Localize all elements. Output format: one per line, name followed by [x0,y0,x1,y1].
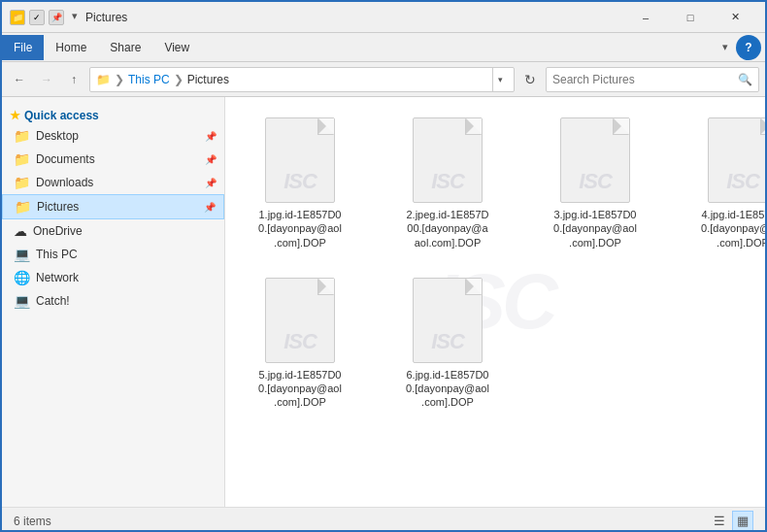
minimize-button[interactable]: – [623,2,668,33]
window-title: Pictures [85,11,623,24]
path-dropdown[interactable]: ▾ [492,68,508,91]
titlebar-icons: 📁 ✓ 📌 ▾ [10,10,78,25]
file-icon-3: ISC [560,117,630,203]
sidebar-item-this-pc[interactable]: 💻 This PC [2,243,224,266]
list-view-button[interactable]: ☰ [709,511,730,532]
grid-view-button[interactable]: ▦ [732,511,753,532]
file-item-5[interactable]: ISC 5.jpg.id-1E857D00.[dayonpay@aol.com]… [237,269,363,417]
menu-share[interactable]: Share [98,35,152,60]
quick-access-section: ★ Quick access [2,105,224,124]
documents-folder-icon: 📁 [14,151,30,167]
title-bar: 📁 ✓ 📌 ▾ Pictures – □ ✕ [2,2,765,33]
file-name-2: 2.jpeg.id-1E857D00.[dayonpay@aaol.com].D… [406,208,488,249]
sidebar-item-desktop[interactable]: 📁 Desktop 📌 [2,124,224,148]
menu-file[interactable]: File [2,35,44,60]
path-this-pc[interactable]: This PC [128,73,170,86]
pictures-folder-icon: 📁 [15,199,31,215]
search-icon[interactable]: 🔍 [738,73,752,86]
status-bar: 6 items ☰ ▦ [2,507,765,532]
menu-bar: File Home Share View ▾ ? [2,33,765,62]
file-item-6[interactable]: ISC 6.jpg.id-1E857D00.[dayonpay@aol.com]… [384,269,511,417]
sidebar-item-onedrive[interactable]: ☁ OneDrive [2,219,224,243]
pin-downloads: 📌 [205,178,217,188]
search-box[interactable]: 🔍 [546,67,759,92]
forward-button[interactable]: → [35,68,58,91]
maximize-button[interactable]: □ [668,2,713,33]
path-separator-2: ❯ [174,73,183,86]
file-item-2[interactable]: ISC 2.jpeg.id-1E857D00.[dayonpay@aaol.co… [384,109,511,257]
sidebar-item-pictures[interactable]: 📁 Pictures 📌 [2,194,224,219]
file-item-4[interactable]: ISC 4.jpg.id-1E857D00.[dayonpay@aol.com]… [680,109,765,257]
star-icon: ★ [10,109,20,122]
file-name-3: 3.jpg.id-1E857D00.[dayonpay@aol.com].DOP [553,208,637,249]
window-controls: – □ ✕ [623,2,757,33]
menu-expand[interactable]: ▾ [715,35,736,59]
menu-view[interactable]: View [152,35,201,60]
dropdown-arrow: ▾ [72,10,78,25]
pin-icon: 📌 [49,10,64,25]
sidebar-item-documents[interactable]: 📁 Documents 📌 [2,148,224,171]
main-layout: ★ Quick access 📁 Desktop 📌 📁 Documents 📌… [2,97,765,507]
back-button[interactable]: ← [8,68,31,91]
menu-home[interactable]: Home [44,35,98,60]
folder-icon: 📁 [10,10,25,25]
file-item-3[interactable]: ISC 3.jpg.id-1E857D00.[dayonpay@aol.com]… [532,109,658,257]
file-icon-wrapper-2: ISC [409,116,486,204]
file-name-6: 6.jpg.id-1E857D00.[dayonpay@aol.com].DOP [406,368,489,410]
path-separator-1: ❯ [115,73,124,86]
up-button[interactable]: ↑ [62,68,85,91]
file-name-5: 5.jpg.id-1E857D00.[dayonpay@aol.com].DOP [258,368,342,410]
file-icon-5: ISC [265,278,335,363]
view-icons: ☰ ▦ [709,511,753,532]
pin-documents: 📌 [205,154,217,165]
sidebar-item-network[interactable]: 🌐 Network [2,266,224,289]
address-path[interactable]: 📁 ❯ This PC ❯ Pictures ▾ [89,67,515,92]
refresh-button[interactable]: ↻ [518,68,542,91]
desktop-folder-icon: 📁 [14,128,30,144]
file-icon-1: ISC [265,117,335,203]
help-button[interactable]: ? [736,35,761,60]
onedrive-icon: ☁ [14,223,27,239]
file-name-4: 4.jpg.id-1E857D00.[dayonpay@aol.com].DOP [701,208,765,249]
file-grid: ISC 1.jpg.id-1E857D00.[dayonpay@aol.com]… [237,109,753,417]
file-icon-wrapper-4: ISC [704,116,765,204]
file-name-1: 1.jpg.id-1E857D00.[dayonpay@aol.com].DOP [258,208,342,249]
file-item-1[interactable]: ISC 1.jpg.id-1E857D00.[dayonpay@aol.com]… [237,109,363,257]
file-area: ISC ISC 1.jpg.id-1E857D00.[dayonpay@aol.… [225,97,765,507]
network-icon: 🌐 [14,270,30,285]
downloads-folder-icon: 📁 [14,175,30,190]
close-button[interactable]: ✕ [713,2,757,33]
path-pictures: Pictures [187,73,229,86]
catch-icon: 💻 [14,293,30,309]
path-folder-icon: 📁 [96,73,111,86]
file-icon-6: ISC [413,278,483,363]
check-icon: ✓ [29,10,45,25]
file-icon-wrapper-1: ISC [261,116,339,204]
sidebar-item-catch[interactable]: 💻 Catch! [2,289,224,313]
sidebar: ★ Quick access 📁 Desktop 📌 📁 Documents 📌… [2,97,225,507]
file-icon-wrapper-6: ISC [409,277,486,364]
file-icon-wrapper-5: ISC [261,277,339,364]
address-bar: ← → ↑ 📁 ❯ This PC ❯ Pictures ▾ ↻ 🔍 [2,62,765,97]
pin-pictures: 📌 [204,202,216,213]
file-icon-wrapper-3: ISC [556,116,634,204]
search-input[interactable] [552,73,738,86]
sidebar-item-downloads[interactable]: 📁 Downloads 📌 [2,171,224,194]
pc-icon: 💻 [14,247,30,262]
file-icon-2: ISC [413,117,483,203]
pin-desktop: 📌 [205,131,217,142]
file-icon-4: ISC [708,117,765,203]
item-count: 6 items [14,515,51,528]
